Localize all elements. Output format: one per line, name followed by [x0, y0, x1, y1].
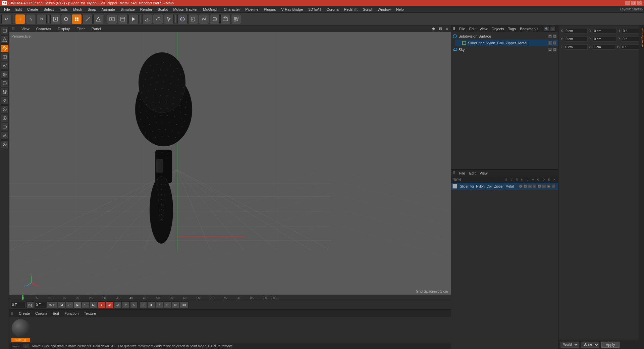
scene-tool[interactable] [220, 14, 230, 24]
mat-hdr-view[interactable]: View [480, 171, 488, 175]
viewport-dots[interactable]: ⠿ [11, 26, 16, 32]
mat-create[interactable]: Create [19, 311, 30, 315]
play-forward[interactable]: ▶ [74, 301, 81, 309]
key-sel[interactable]: ◎ [114, 301, 121, 309]
mat-hdr-edit[interactable]: Edit [469, 171, 476, 175]
frame-input-2[interactable] [35, 302, 46, 308]
obj-search-icon[interactable]: 🔍 [544, 26, 549, 32]
menu-motion-tracker[interactable]: Motion Tracker [170, 7, 200, 12]
left-tool-obj[interactable] [1, 27, 9, 35]
menu-pipeline[interactable]: Pipeline [243, 7, 261, 12]
obj-menu-tags[interactable]: Tags [508, 27, 516, 31]
close-button[interactable]: ✕ [637, 1, 642, 5]
obj-menu-view[interactable]: View [480, 27, 488, 31]
obj-render-badge-sky[interactable] [553, 48, 557, 52]
left-tool-axis[interactable] [1, 114, 9, 122]
viewport-icon-2[interactable]: ⊡ [438, 26, 443, 32]
menu-mesh[interactable]: Mesh [70, 7, 85, 12]
model-mode[interactable] [50, 14, 60, 24]
mat-badge-2[interactable] [523, 184, 527, 188]
mat-row-slider[interactable]: Slider_for_Nylon_Coil_Zipper_Metal ≡ ≡ [451, 183, 558, 190]
obj-star-icon[interactable]: ☆ [550, 26, 555, 32]
point-mode[interactable] [72, 14, 82, 24]
menu-snap[interactable]: Snap [85, 7, 99, 12]
frame-step-field[interactable]: 90 F [47, 301, 57, 309]
viewport-menu-view[interactable]: View [20, 26, 31, 32]
menu-select[interactable]: Select [41, 7, 57, 12]
scale-tool[interactable]: ⤡ [26, 14, 36, 24]
menu-tools[interactable]: Tools [56, 7, 70, 12]
left-tool-deform[interactable] [1, 79, 9, 87]
coord-x-pos[interactable] [564, 28, 588, 34]
anim-4[interactable]: P [164, 301, 171, 309]
left-tool-render2[interactable] [1, 140, 9, 148]
menu-create[interactable]: Create [24, 7, 41, 12]
minimize-button[interactable]: ─ [625, 1, 630, 5]
coord-b-angle[interactable] [621, 44, 641, 50]
obj-menu-edit[interactable]: Edit [469, 27, 476, 31]
rotate-tool[interactable]: ↻ [37, 14, 47, 24]
mat-badge-3[interactable]: ≡ [528, 184, 532, 188]
viewport-menu-cameras[interactable]: Cameras [35, 26, 53, 32]
mat-hdr-file[interactable]: File [459, 171, 465, 175]
go-end[interactable]: ▶| [90, 301, 97, 309]
record[interactable]: ● [98, 301, 105, 309]
light-tool[interactable] [164, 14, 174, 24]
left-tool-generator[interactable] [1, 70, 9, 79]
coord-z-pos[interactable] [564, 44, 588, 50]
left-tool-scene[interactable] [1, 36, 9, 44]
viewport-icon-1[interactable]: ⊕ [431, 26, 436, 32]
mat-texture[interactable]: Texture [84, 311, 96, 315]
obj-menu-bookmarks[interactable]: Bookmarks [520, 27, 538, 31]
viewport-icon-3[interactable]: ≡ [445, 26, 449, 32]
go-start[interactable]: |◀ [58, 301, 65, 309]
menu-simulate[interactable]: Simulate [118, 7, 138, 12]
menu-script[interactable]: Script [360, 7, 375, 12]
sky-tool[interactable] [153, 14, 163, 24]
menu-sculpt[interactable]: Sculpt [155, 7, 171, 12]
far-right-1[interactable]: Asset Browser [639, 26, 644, 48]
obj-vis-badge-s[interactable] [548, 41, 552, 45]
render-view[interactable] [107, 14, 117, 24]
coord-x-size[interactable] [593, 28, 616, 34]
coord-y-pos[interactable] [564, 36, 588, 42]
prev-key[interactable]: ↩ [66, 301, 73, 309]
mat-badge-6[interactable]: ▼ [542, 184, 546, 188]
left-tool-move[interactable] [1, 44, 9, 52]
menu-edit[interactable]: Edit [13, 7, 24, 12]
world-dropdown[interactable]: World Local Object [560, 342, 579, 348]
render-region[interactable] [118, 14, 128, 24]
left-tool-spline[interactable] [1, 62, 9, 70]
mat-badge-5[interactable] [537, 184, 541, 188]
tag-tool[interactable] [188, 14, 198, 24]
poly-mode[interactable] [93, 14, 103, 24]
left-tool-light[interactable] [1, 97, 9, 105]
obj-row-sky[interactable]: Sky [451, 46, 558, 53]
menu-character[interactable]: Character [221, 7, 243, 12]
motion-clip[interactable]: ? [122, 301, 129, 309]
anim-2[interactable]: ■ [148, 301, 155, 309]
mat-function[interactable]: Function [64, 311, 78, 315]
menu-corona[interactable]: Corona [324, 7, 341, 12]
left-tool-polygon[interactable] [1, 53, 9, 61]
viewport-menu-display[interactable]: Display [56, 26, 71, 32]
frame-step-in[interactable]: ▷| [26, 301, 34, 309]
left-tool-tag[interactable]: S [1, 105, 9, 113]
left-tool-fx[interactable] [1, 132, 9, 140]
anim-1[interactable]: + [140, 301, 147, 309]
obj-menu-objects[interactable]: Objects [491, 27, 504, 31]
menu-3dtoall[interactable]: 3DToAll [306, 7, 324, 12]
mat-badge-x[interactable]: ✕ [551, 184, 555, 188]
current-frame-input[interactable] [11, 302, 26, 308]
left-tool-camera[interactable] [1, 123, 9, 131]
next-key[interactable]: ↪ [82, 301, 89, 309]
coord-z-size[interactable] [592, 44, 616, 50]
move-tool[interactable]: ✛ [15, 14, 25, 24]
menu-file[interactable]: File [1, 7, 13, 12]
mat-badge-1[interactable] [519, 184, 523, 188]
mat-badge-7[interactable]: ▶ [547, 184, 551, 188]
scale-dropdown[interactable]: Scale Size [581, 342, 599, 348]
apply-button[interactable]: Apply [601, 342, 620, 348]
menu-render[interactable]: Render [138, 7, 155, 12]
obj-axis[interactable] [61, 14, 71, 24]
